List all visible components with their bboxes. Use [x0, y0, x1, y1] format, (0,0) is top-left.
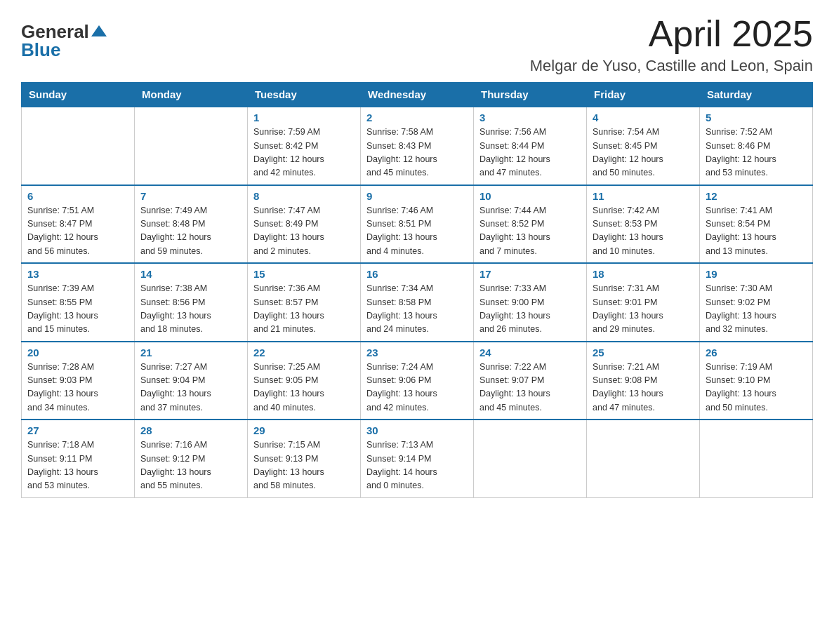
day-number: 16	[366, 268, 468, 280]
calendar-week-row: 6Sunrise: 7:51 AM Sunset: 8:47 PM Daylig…	[22, 185, 813, 264]
col-header-sunday: Sunday	[22, 83, 135, 107]
day-info: Sunrise: 7:25 AM Sunset: 9:05 PM Dayligh…	[253, 361, 355, 415]
svg-marker-0	[91, 25, 107, 36]
calendar-cell: 17Sunrise: 7:33 AM Sunset: 9:00 PM Dayli…	[474, 263, 587, 342]
calendar-cell: 10Sunrise: 7:44 AM Sunset: 8:52 PM Dayli…	[474, 185, 587, 264]
calendar-header-row: SundayMondayTuesdayWednesdayThursdayFrid…	[22, 83, 813, 107]
logo-triangle-icon	[91, 24, 107, 41]
day-number: 26	[706, 347, 807, 358]
calendar-cell: 6Sunrise: 7:51 AM Sunset: 8:47 PM Daylig…	[22, 185, 135, 264]
day-info: Sunrise: 7:34 AM Sunset: 8:58 PM Dayligh…	[366, 282, 468, 337]
day-number: 20	[27, 347, 128, 358]
logo: General Blue	[21, 21, 107, 59]
day-number: 17	[479, 268, 581, 280]
calendar-cell: 5Sunrise: 7:52 AM Sunset: 8:46 PM Daylig…	[700, 107, 813, 185]
col-header-tuesday: Tuesday	[248, 83, 361, 107]
day-number: 8	[253, 190, 355, 202]
col-header-friday: Friday	[587, 83, 700, 107]
day-number: 19	[706, 268, 807, 280]
calendar-cell: 15Sunrise: 7:36 AM Sunset: 8:57 PM Dayli…	[248, 263, 361, 342]
day-info: Sunrise: 7:51 AM Sunset: 8:47 PM Dayligh…	[27, 204, 128, 259]
day-info: Sunrise: 7:49 AM Sunset: 8:48 PM Dayligh…	[140, 204, 241, 259]
day-info: Sunrise: 7:13 AM Sunset: 9:14 PM Dayligh…	[366, 438, 468, 493]
calendar-cell: 25Sunrise: 7:21 AM Sunset: 9:08 PM Dayli…	[587, 342, 700, 420]
day-number: 3	[479, 112, 581, 123]
day-number: 23	[366, 347, 468, 358]
day-number: 13	[27, 268, 128, 280]
calendar-cell: 1Sunrise: 7:59 AM Sunset: 8:42 PM Daylig…	[248, 107, 361, 185]
day-number: 30	[366, 424, 468, 436]
calendar-cell	[135, 107, 248, 185]
calendar-week-row: 20Sunrise: 7:28 AM Sunset: 9:03 PM Dayli…	[22, 342, 813, 420]
day-info: Sunrise: 7:21 AM Sunset: 9:08 PM Dayligh…	[593, 361, 694, 415]
day-info: Sunrise: 7:22 AM Sunset: 9:07 PM Dayligh…	[479, 361, 581, 415]
calendar-cell: 13Sunrise: 7:39 AM Sunset: 8:55 PM Dayli…	[22, 263, 135, 342]
col-header-monday: Monday	[135, 83, 248, 107]
calendar-cell: 26Sunrise: 7:19 AM Sunset: 9:10 PM Dayli…	[700, 342, 813, 420]
day-number: 2	[366, 112, 468, 123]
day-number: 28	[140, 424, 241, 436]
calendar-week-row: 27Sunrise: 7:18 AM Sunset: 9:11 PM Dayli…	[22, 420, 813, 497]
calendar-cell: 2Sunrise: 7:58 AM Sunset: 8:43 PM Daylig…	[361, 107, 474, 185]
day-info: Sunrise: 7:58 AM Sunset: 8:43 PM Dayligh…	[366, 126, 468, 180]
calendar-cell: 18Sunrise: 7:31 AM Sunset: 9:01 PM Dayli…	[587, 263, 700, 342]
calendar-cell	[700, 420, 813, 497]
day-info: Sunrise: 7:54 AM Sunset: 8:45 PM Dayligh…	[593, 126, 694, 180]
day-info: Sunrise: 7:36 AM Sunset: 8:57 PM Dayligh…	[253, 282, 355, 337]
day-number: 15	[253, 268, 355, 280]
day-info: Sunrise: 7:39 AM Sunset: 8:55 PM Dayligh…	[27, 282, 128, 337]
day-number: 24	[479, 347, 581, 358]
logo-right: General Blue	[21, 21, 107, 59]
day-info: Sunrise: 7:42 AM Sunset: 8:53 PM Dayligh…	[593, 204, 694, 259]
day-info: Sunrise: 7:18 AM Sunset: 9:11 PM Dayligh…	[27, 438, 128, 493]
day-info: Sunrise: 7:38 AM Sunset: 8:56 PM Dayligh…	[140, 282, 241, 337]
day-info: Sunrise: 7:19 AM Sunset: 9:10 PM Dayligh…	[706, 361, 807, 415]
day-info: Sunrise: 7:52 AM Sunset: 8:46 PM Dayligh…	[706, 126, 807, 180]
day-info: Sunrise: 7:16 AM Sunset: 9:12 PM Dayligh…	[140, 438, 241, 493]
calendar-cell: 22Sunrise: 7:25 AM Sunset: 9:05 PM Dayli…	[248, 342, 361, 420]
day-number: 25	[593, 347, 694, 358]
day-info: Sunrise: 7:46 AM Sunset: 8:51 PM Dayligh…	[366, 204, 468, 259]
calendar-cell	[474, 420, 587, 497]
calendar-cell: 14Sunrise: 7:38 AM Sunset: 8:56 PM Dayli…	[135, 263, 248, 342]
page-title: April 2025	[530, 14, 813, 54]
day-number: 22	[253, 347, 355, 358]
calendar-table: SundayMondayTuesdayWednesdayThursdayFrid…	[21, 82, 813, 498]
day-info: Sunrise: 7:15 AM Sunset: 9:13 PM Dayligh…	[253, 438, 355, 493]
header: General Blue April 2025 Melgar de Yuso, …	[21, 14, 813, 75]
logo-general-text: General	[21, 22, 89, 41]
subtitle: Melgar de Yuso, Castille and Leon, Spain	[530, 57, 813, 75]
calendar-cell: 8Sunrise: 7:47 AM Sunset: 8:49 PM Daylig…	[248, 185, 361, 264]
day-info: Sunrise: 7:44 AM Sunset: 8:52 PM Dayligh…	[479, 204, 581, 259]
day-number: 18	[593, 268, 694, 280]
calendar-week-row: 1Sunrise: 7:59 AM Sunset: 8:42 PM Daylig…	[22, 107, 813, 185]
day-number: 29	[253, 424, 355, 436]
day-info: Sunrise: 7:56 AM Sunset: 8:44 PM Dayligh…	[479, 126, 581, 180]
day-info: Sunrise: 7:59 AM Sunset: 8:42 PM Dayligh…	[253, 126, 355, 180]
day-info: Sunrise: 7:33 AM Sunset: 9:00 PM Dayligh…	[479, 282, 581, 337]
calendar-cell: 7Sunrise: 7:49 AM Sunset: 8:48 PM Daylig…	[135, 185, 248, 264]
logo-line1: General	[21, 21, 107, 41]
calendar-cell: 9Sunrise: 7:46 AM Sunset: 8:51 PM Daylig…	[361, 185, 474, 264]
calendar-cell: 3Sunrise: 7:56 AM Sunset: 8:44 PM Daylig…	[474, 107, 587, 185]
day-info: Sunrise: 7:31 AM Sunset: 9:01 PM Dayligh…	[593, 282, 694, 337]
calendar-cell	[22, 107, 135, 185]
day-number: 1	[253, 112, 355, 123]
day-number: 21	[140, 347, 241, 358]
day-number: 12	[706, 190, 807, 202]
calendar-cell: 23Sunrise: 7:24 AM Sunset: 9:06 PM Dayli…	[361, 342, 474, 420]
logo-blue-text: Blue	[21, 41, 60, 59]
col-header-wednesday: Wednesday	[361, 83, 474, 107]
day-info: Sunrise: 7:27 AM Sunset: 9:04 PM Dayligh…	[140, 361, 241, 415]
day-number: 11	[593, 190, 694, 202]
calendar-cell	[587, 420, 700, 497]
calendar-cell: 16Sunrise: 7:34 AM Sunset: 8:58 PM Dayli…	[361, 263, 474, 342]
calendar-cell: 20Sunrise: 7:28 AM Sunset: 9:03 PM Dayli…	[22, 342, 135, 420]
calendar-cell: 12Sunrise: 7:41 AM Sunset: 8:54 PM Dayli…	[700, 185, 813, 264]
title-area: April 2025 Melgar de Yuso, Castille and …	[530, 14, 813, 75]
calendar-week-row: 13Sunrise: 7:39 AM Sunset: 8:55 PM Dayli…	[22, 263, 813, 342]
day-number: 9	[366, 190, 468, 202]
calendar-cell: 28Sunrise: 7:16 AM Sunset: 9:12 PM Dayli…	[135, 420, 248, 497]
day-number: 14	[140, 268, 241, 280]
calendar-cell: 4Sunrise: 7:54 AM Sunset: 8:45 PM Daylig…	[587, 107, 700, 185]
